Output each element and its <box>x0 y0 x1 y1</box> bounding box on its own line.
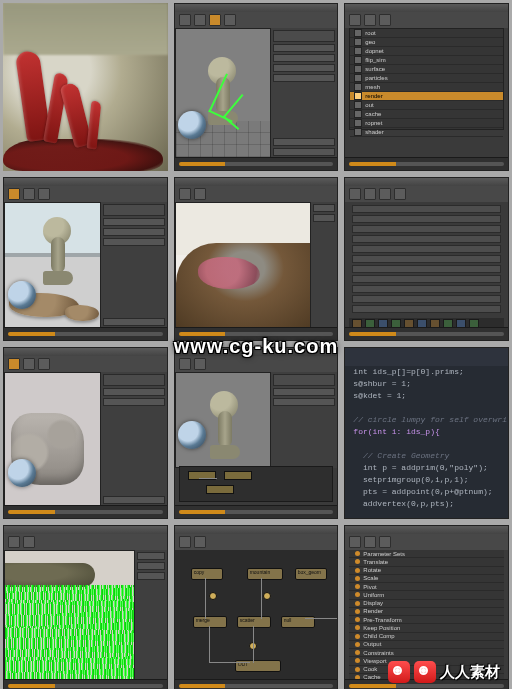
toolbar-button[interactable] <box>394 188 406 200</box>
timeline[interactable] <box>4 505 167 518</box>
outliner-row[interactable]: cache <box>350 110 503 119</box>
inspector-row[interactable]: Pivot <box>349 583 504 591</box>
param-row[interactable] <box>352 225 501 233</box>
toolbar-button[interactable] <box>8 358 20 370</box>
timeline[interactable] <box>4 327 167 340</box>
timeline[interactable] <box>175 327 338 340</box>
timeline[interactable] <box>345 157 508 170</box>
param-row[interactable] <box>103 374 165 386</box>
outliner-row[interactable]: ropnet <box>350 119 503 128</box>
toolbar-button[interactable] <box>194 536 206 548</box>
outliner-row[interactable]: mesh <box>350 83 503 92</box>
timeline[interactable] <box>175 679 338 689</box>
param-row[interactable] <box>137 552 165 560</box>
toolbar-button[interactable] <box>349 14 361 26</box>
graph-node[interactable]: mountain <box>247 568 283 580</box>
inspector-row[interactable]: Keep Position <box>349 624 504 632</box>
navball-icon[interactable] <box>8 281 36 309</box>
toolbar-button[interactable] <box>194 358 206 370</box>
param-row[interactable] <box>273 30 335 42</box>
inspector-row[interactable]: Child Comp <box>349 633 504 641</box>
outliner-row[interactable]: render <box>350 92 503 101</box>
inspector-row[interactable]: Display <box>349 600 504 608</box>
param-row[interactable] <box>273 398 335 406</box>
toolbar-button[interactable] <box>8 188 20 200</box>
viewport[interactable] <box>175 372 276 468</box>
inspector-row[interactable]: Viewport <box>349 657 504 665</box>
viewport[interactable] <box>4 372 105 506</box>
param-row[interactable] <box>273 64 335 72</box>
graph-node[interactable] <box>206 485 234 494</box>
toolbar-button[interactable] <box>179 14 191 26</box>
viewport[interactable] <box>4 202 105 328</box>
graph-node[interactable] <box>224 471 252 480</box>
toolbar-button[interactable] <box>23 188 35 200</box>
param-row[interactable] <box>313 204 335 212</box>
toolbar-button[interactable] <box>38 358 50 370</box>
inspector-tree[interactable]: Parameter SetsTranslateRotateScalePivotU… <box>349 550 504 682</box>
param-row[interactable] <box>103 228 165 236</box>
outliner-row[interactable]: out <box>350 101 503 110</box>
inspector-row[interactable]: Constraints <box>349 649 504 657</box>
param-row[interactable] <box>352 205 501 213</box>
toolbar-button[interactable] <box>179 358 191 370</box>
timeline[interactable] <box>4 679 167 689</box>
outliner-row[interactable]: geo <box>350 38 503 47</box>
toolbar-button[interactable] <box>349 188 361 200</box>
inspector-row[interactable]: Output <box>349 641 504 649</box>
inspector-row[interactable]: Parameter Sets <box>349 550 504 558</box>
param-row[interactable] <box>352 295 501 303</box>
param-row[interactable] <box>103 218 165 226</box>
node-graph[interactable]: copymountainbox_geommergescatternullOUT <box>175 550 338 680</box>
timeline[interactable] <box>175 157 338 170</box>
param-row[interactable] <box>103 204 165 216</box>
toolbar-button[interactable] <box>194 188 206 200</box>
inspector-row[interactable]: Rotate <box>349 567 504 575</box>
param-row[interactable] <box>137 562 165 570</box>
toolbar-button[interactable] <box>38 188 50 200</box>
param-row[interactable] <box>103 496 165 504</box>
toolbar-button[interactable] <box>379 188 391 200</box>
outliner-row[interactable]: shader <box>350 128 503 137</box>
toolbar-button[interactable] <box>23 536 35 548</box>
toolbar-button[interactable] <box>179 188 191 200</box>
param-row[interactable] <box>273 388 335 396</box>
param-row[interactable] <box>352 285 501 293</box>
param-row[interactable] <box>273 74 335 82</box>
outliner-row[interactable]: surface <box>350 65 503 74</box>
param-row[interactable] <box>352 305 501 313</box>
param-row[interactable] <box>352 265 501 273</box>
toolbar-button[interactable] <box>364 14 376 26</box>
param-row[interactable] <box>352 255 501 263</box>
viewport[interactable] <box>4 550 139 680</box>
toolbar-button[interactable] <box>23 358 35 370</box>
timeline[interactable] <box>175 505 338 518</box>
graph-node[interactable]: copy <box>191 568 223 580</box>
toolbar-button[interactable] <box>179 536 191 548</box>
viewport[interactable] <box>175 202 316 328</box>
toolbar-button[interactable] <box>224 14 236 26</box>
node-graph-mini[interactable] <box>179 466 334 502</box>
inspector-row[interactable]: Translate <box>349 558 504 566</box>
toolbar-button[interactable] <box>364 188 376 200</box>
param-row[interactable] <box>352 215 501 223</box>
param-row[interactable] <box>352 235 501 243</box>
param-row[interactable] <box>273 54 335 62</box>
param-row[interactable] <box>273 44 335 52</box>
outliner-row[interactable]: dopnet <box>350 47 503 56</box>
toolbar-button[interactable] <box>364 536 376 548</box>
timeline[interactable] <box>345 327 508 340</box>
param-row[interactable] <box>313 214 335 222</box>
param-row[interactable] <box>273 374 335 386</box>
param-row[interactable] <box>352 275 501 283</box>
code-area[interactable]: int ids_p[]=p[0].prims; s@shbur = 1; s@k… <box>353 366 500 512</box>
toolbar-button[interactable] <box>379 14 391 26</box>
param-row[interactable] <box>103 398 165 406</box>
inspector-row[interactable]: Render <box>349 608 504 616</box>
toolbar-button[interactable] <box>379 536 391 548</box>
outliner-row[interactable]: particles <box>350 74 503 83</box>
inspector-row[interactable]: Uniform <box>349 591 504 599</box>
navball-icon[interactable] <box>8 459 36 487</box>
timeline[interactable] <box>345 679 508 689</box>
outliner-tree[interactable]: rootgeodopnetflip_simsurfaceparticlesmes… <box>349 28 504 130</box>
